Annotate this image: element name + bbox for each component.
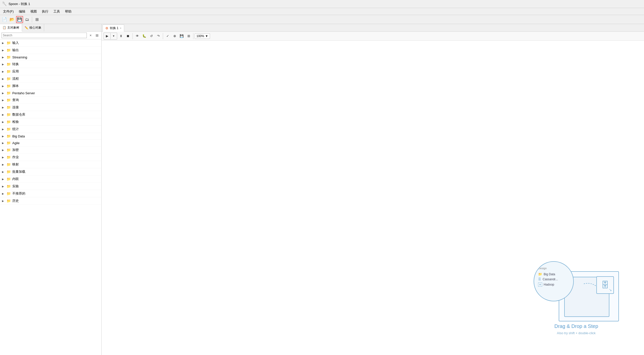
left-tabs: 📋 主对象树 ✏️ 核心对象 bbox=[0, 24, 101, 32]
menu-bar: 文件(F)编辑视图执行工具帮助 bbox=[0, 8, 644, 15]
tree-item[interactable]: ▶📁统计 bbox=[0, 126, 101, 133]
menu-item-工具[interactable]: 工具 bbox=[51, 9, 62, 14]
tree-item-label: 数据仓库 bbox=[12, 112, 25, 117]
tree-item[interactable]: ▶📁历史 bbox=[0, 197, 101, 205]
tree-item-label: 作业 bbox=[12, 155, 19, 159]
tab-main-object-tree[interactable]: 📋 主对象树 bbox=[0, 24, 22, 32]
tree-arrow-icon: ▶ bbox=[2, 128, 5, 131]
tree-arrow-icon: ▶ bbox=[2, 92, 5, 95]
tree-item[interactable]: ▶📁转换 bbox=[0, 61, 101, 68]
folder-icon: 📁 bbox=[7, 148, 11, 152]
tree-item[interactable]: ▶📁映射 bbox=[0, 161, 101, 168]
tree-item-label: 批量加载 bbox=[12, 169, 25, 174]
canvas-tab-transform1[interactable]: ⚙ 转换 1 × bbox=[103, 25, 124, 32]
toolbar-btn-open[interactable]: 📂 bbox=[9, 16, 16, 23]
zoom-dropdown-icon: ▼ bbox=[205, 34, 208, 38]
replay-button[interactable]: ↺ bbox=[148, 33, 155, 39]
tree-item[interactable]: ▶📁脚本 bbox=[0, 82, 101, 90]
toolbar-btn-saveas[interactable]: 🗂 bbox=[24, 16, 31, 23]
tree-arrow-icon: ▶ bbox=[2, 200, 5, 202]
tree-item[interactable]: ▶📁Big Data bbox=[0, 133, 101, 140]
menu-item-文件f[interactable]: 文件(F) bbox=[1, 9, 16, 14]
toolbar-btn-new[interactable]: 📄 bbox=[1, 16, 8, 23]
tree-item[interactable]: ▶📁输出 bbox=[0, 47, 101, 54]
tree-arrow-icon: ▶ bbox=[2, 70, 5, 73]
tree-list: ▶📁输入▶📁输出▶📁Streaming▶📁转换▶📁应用▶📁流程▶📁脚本▶📁Pen… bbox=[0, 39, 101, 355]
illustration-container: Design 📁 Big Data 🗄 Cassandr... H Hadoop bbox=[534, 261, 619, 321]
tree-item[interactable]: ▶📁连接 bbox=[0, 104, 101, 111]
canvas-tab-close[interactable]: × bbox=[120, 27, 121, 30]
tree-item-label: 映射 bbox=[12, 162, 19, 167]
db-step-icon: 🗄 ↘ bbox=[596, 276, 614, 294]
check-button[interactable]: ✓ bbox=[164, 33, 171, 39]
tree-item[interactable]: ▶📁加密 bbox=[0, 146, 101, 154]
tree-arrow-icon: ▶ bbox=[2, 63, 5, 66]
circle-hadoop-label: Hadoop bbox=[544, 283, 554, 286]
main-layout: 📋 主对象树 ✏️ 核心对象 × ⊞ ▶📁输入▶📁输出▶📁Streaming▶📁… bbox=[0, 24, 644, 355]
tree-item[interactable]: ▶📁Agile bbox=[0, 140, 101, 146]
tree-item[interactable]: ▶📁输入 bbox=[0, 39, 101, 47]
save-run-button[interactable]: 💾 bbox=[178, 33, 185, 39]
toolbar-btn-save[interactable]: 💾 bbox=[16, 16, 23, 23]
tree-arrow-icon: ▶ bbox=[2, 149, 5, 151]
menu-item-编辑[interactable]: 编辑 bbox=[17, 9, 27, 14]
canvas-tab-label: 转换 1 bbox=[110, 26, 118, 30]
search-expand-button[interactable]: ⊞ bbox=[94, 33, 100, 38]
tree-arrow-icon: ▶ bbox=[2, 106, 5, 109]
tree-arrow-icon: ▶ bbox=[2, 163, 5, 166]
tree-item[interactable]: ▶📁作业 bbox=[0, 154, 101, 161]
search-input[interactable] bbox=[2, 33, 87, 38]
align-button[interactable]: ⊞ bbox=[185, 33, 192, 39]
folder-icon: 📁 bbox=[7, 170, 11, 174]
folder-icon: 📁 bbox=[7, 155, 11, 159]
tree-item[interactable]: ▶📁应用 bbox=[0, 68, 101, 75]
tree-arrow-icon: ▶ bbox=[2, 85, 5, 87]
tree-arrow-icon: ▶ bbox=[2, 113, 5, 116]
zoom-value: 100% bbox=[196, 34, 204, 38]
tree-item-label: 内联 bbox=[12, 177, 19, 181]
preview-button[interactable]: 👁 bbox=[134, 33, 140, 39]
pause-button[interactable]: ⏸ bbox=[118, 33, 124, 39]
tree-item[interactable]: ▶📁流程 bbox=[0, 75, 101, 82]
folder-icon: 📁 bbox=[7, 84, 11, 88]
menu-item-执行[interactable]: 执行 bbox=[40, 9, 50, 14]
folder-icon: 📁 bbox=[7, 184, 11, 188]
tree-arrow-icon: ▶ bbox=[2, 135, 5, 138]
tree-item-label: 输入 bbox=[12, 41, 19, 45]
debug-button[interactable]: 🐛 bbox=[141, 33, 148, 39]
tree-item[interactable]: ▶📁批量加载 bbox=[0, 168, 101, 175]
tree-arrow-icon: ▶ bbox=[2, 178, 5, 181]
tree-item[interactable]: ▶📁实验 bbox=[0, 183, 101, 190]
tree-item[interactable]: ▶📁不推荐的 bbox=[0, 190, 101, 197]
tree-item[interactable]: ▶📁查询 bbox=[0, 97, 101, 104]
tree-arrow-icon: ▶ bbox=[2, 142, 5, 144]
copy-button[interactable]: ⊕ bbox=[171, 33, 178, 39]
tree-item-label: 检验 bbox=[12, 120, 19, 124]
folder-icon: 📁 bbox=[7, 62, 11, 66]
tree-item[interactable]: ▶📁数据仓库 bbox=[0, 111, 101, 118]
search-clear-button[interactable]: × bbox=[88, 33, 93, 38]
tab-core-objects[interactable]: ✏️ 核心对象 bbox=[22, 24, 44, 31]
tree-item-label: 连接 bbox=[12, 105, 19, 110]
menu-item-视图[interactable]: 视图 bbox=[28, 9, 39, 14]
circle-bigdata-item: 📁 Big Data bbox=[538, 272, 555, 276]
tree-item-label: Streaming bbox=[12, 55, 27, 59]
toolbar-btn-layers[interactable]: ⊞ bbox=[33, 16, 40, 23]
canvas-toolbar: ▶ ▼ ⏸ ⏹ 👁 🐛 ↺ ↷ ✓ ⊕ 💾 ⊞ 100% ▼ bbox=[102, 32, 644, 41]
tree-item-label: Agile bbox=[12, 141, 20, 145]
tree-item-label: 不推荐的 bbox=[12, 191, 25, 196]
tree-arrow-icon: ▶ bbox=[2, 156, 5, 159]
tree-item[interactable]: ▶📁内联 bbox=[0, 175, 101, 183]
tree-item-label: 应用 bbox=[12, 69, 19, 74]
stop-button[interactable]: ⏹ bbox=[125, 33, 131, 39]
tree-item[interactable]: ▶📁检验 bbox=[0, 118, 101, 126]
step-button[interactable]: ↷ bbox=[155, 33, 162, 39]
zoom-control[interactable]: 100% ▼ bbox=[195, 33, 210, 39]
tree-item-label: 历史 bbox=[12, 199, 19, 203]
tree-item[interactable]: ▶📁Streaming bbox=[0, 54, 101, 61]
menu-item-帮助[interactable]: 帮助 bbox=[63, 9, 74, 14]
tree-item[interactable]: ▶📁Pentaho Server bbox=[0, 90, 101, 97]
play-dropdown[interactable]: ▼ bbox=[110, 33, 117, 39]
circle-cassandra-label: Cassandr... bbox=[543, 278, 558, 281]
play-button[interactable]: ▶ bbox=[104, 33, 110, 39]
